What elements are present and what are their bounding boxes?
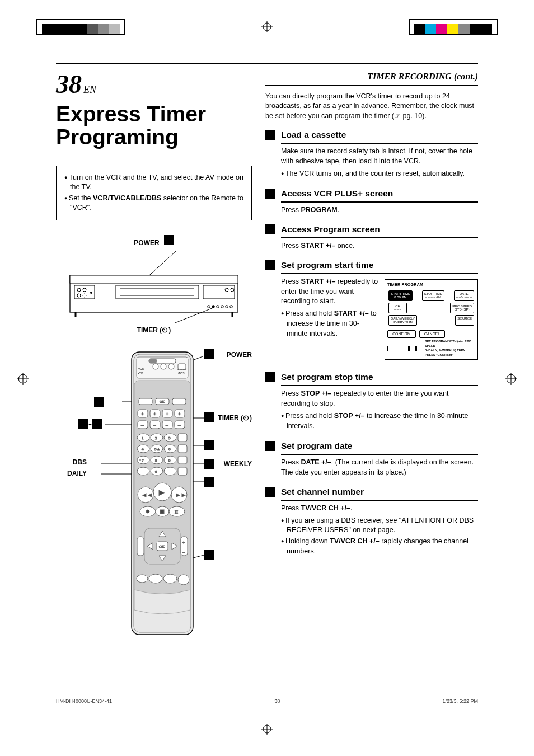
svg-text:▶: ▶ (159, 489, 165, 496)
svg-rect-122 (137, 537, 144, 556)
svg-rect-55 (178, 364, 186, 369)
svg-text:7: 7 (142, 458, 144, 463)
registration-mark-icon (261, 724, 273, 735)
step-body: Access Program screenPress START +/– onc… (281, 223, 478, 251)
step-bullet-list: If you are using a DBS receiver, see "AT… (281, 516, 478, 557)
svg-text:6: 6 (168, 447, 171, 452)
step-heading: Load a cassette (281, 129, 478, 141)
callout-box-icon (204, 412, 214, 422)
page-title: Express Timer Programing (56, 103, 252, 149)
svg-point-53 (161, 364, 166, 369)
svg-point-20 (90, 292, 92, 294)
step-marker-icon (265, 224, 275, 234)
svg-text:–: – (153, 422, 156, 428)
registration-mark-icon (17, 373, 29, 385)
svg-point-26 (217, 306, 219, 308)
step-bullet-item: Holding down TV/VCR CH +/– rapidly chang… (281, 537, 478, 557)
step-rule (281, 385, 478, 386)
step: Set program start time TIMER PROGRAM STA… (265, 259, 478, 364)
svg-text:+: + (141, 411, 144, 416)
step-rule (281, 201, 478, 203)
footer-datetime: 1/23/3, 5:22 PM (442, 698, 478, 704)
step-marker-icon (265, 372, 275, 382)
vcr-timer-label: TIMER (⏲) (137, 326, 171, 334)
step-heading: Set program stop time (281, 371, 478, 383)
svg-point-52 (153, 364, 158, 369)
step-rule (281, 237, 478, 238)
osd-rec-speed: REC SPEEDSTD (SP) (450, 303, 474, 313)
osd-footnote: SET PROGRAM WITH (+/–, REC SPEED 8=DAILY… (387, 340, 475, 357)
osd-screen: TIMER PROGRAM START TIME8:00 PM STOP TIM… (385, 279, 478, 360)
step-body: Load a cassetteMake sure the record safe… (281, 129, 478, 180)
svg-text:OK: OK (160, 400, 165, 403)
step-heading: Access Program screen (281, 223, 478, 236)
running-head: TIMER RECORDING (cont.) (265, 72, 478, 82)
step-rule (281, 500, 478, 501)
callout-box-icon (164, 235, 174, 245)
svg-text:–: – (140, 422, 144, 428)
step-text: Make sure the record safety tab is intac… (281, 147, 478, 167)
step-body: Set program start time TIMER PROGRAM STA… (281, 259, 478, 364)
step-body: Set program stop timePress STOP +/– repe… (281, 371, 478, 432)
svg-text:•TV: •TV (138, 372, 143, 375)
svg-rect-112 (160, 510, 164, 514)
svg-point-126 (137, 575, 148, 583)
svg-text:/DBS: /DBS (178, 372, 185, 375)
page-lang-suffix: EN (83, 84, 96, 95)
step-heading: Set program start time (281, 259, 478, 271)
step-heading: Access VCR PLUS+ screen (281, 187, 478, 200)
vcr-diagram: POWER (56, 235, 252, 335)
step: Access VCR PLUS+ screenPress PROGRAM. (265, 187, 478, 215)
step: Set channel numberPress TV/VCR CH +/–.If… (265, 486, 478, 558)
svg-text:+: + (166, 411, 168, 416)
svg-point-101 (164, 467, 176, 475)
svg-point-129 (178, 575, 189, 585)
callout-box-pair-icon: - (78, 419, 102, 429)
svg-text:+: + (178, 411, 181, 416)
svg-text:OK: OK (159, 544, 165, 549)
step-rule (281, 143, 478, 144)
svg-rect-90 (178, 445, 187, 453)
svg-point-54 (168, 364, 174, 369)
svg-rect-57 (139, 398, 152, 405)
callout-box-icon (204, 550, 214, 560)
svg-point-24 (208, 306, 210, 308)
svg-rect-47 (149, 359, 157, 363)
svg-rect-97 (178, 456, 187, 464)
step-marker-icon (265, 487, 275, 497)
step-text: Press TV/VCR CH +/–. (281, 504, 478, 514)
remote-power-label: POWER (227, 351, 252, 359)
svg-rect-102 (178, 467, 187, 475)
step: Load a cassetteMake sure the record safe… (265, 129, 478, 180)
svg-text:0: 0 (155, 469, 157, 474)
svg-rect-83 (178, 434, 187, 442)
osd-ch: CH– – – (388, 303, 407, 313)
svg-rect-11 (70, 275, 238, 283)
page-number: 38EN (56, 72, 252, 97)
svg-rect-60 (172, 398, 186, 405)
setup-note-box: Turn on the VCR and the TV, and select t… (56, 166, 252, 220)
vcr-power-label: POWER (134, 239, 159, 247)
step-rule (281, 273, 478, 274)
setup-note-item: Turn on the VCR and the TV, and select t… (64, 173, 243, 192)
step-text: Press START +/– once. (281, 241, 478, 251)
step: Set program datePress DATE +/–. (The cur… (265, 440, 478, 478)
osd-start-time: START TIME8:00 PM (388, 290, 413, 301)
osd-cancel-button: CANCEL (419, 330, 445, 338)
page-footer: HM-DH40000U-EN34-41 38 1/23/3, 5:22 PM (56, 698, 478, 704)
remote-daily-label: DAILY (67, 469, 87, 477)
step-body: Set channel numberPress TV/VCR CH +/–.If… (281, 486, 478, 558)
step-marker-icon (265, 130, 275, 140)
step-marker-icon (265, 441, 275, 451)
footer-file: HM-DH40000U-EN34-41 (56, 698, 112, 704)
step-text: Press PROGRAM. (281, 205, 478, 215)
svg-point-25 (212, 306, 215, 308)
svg-text:4: 4 (142, 447, 144, 452)
svg-text:1: 1 (142, 436, 144, 440)
step-heading: Set program date (281, 440, 478, 452)
step-text: Press DATE +/–. (The current date is dis… (281, 458, 478, 478)
osd-confirm-button: CONFIRM (387, 330, 416, 338)
setup-note-item: Set the VCR/TV/CABLE/DBS selector on the… (64, 194, 243, 213)
step-rule (281, 454, 478, 455)
svg-text:2: 2 (155, 436, 157, 440)
